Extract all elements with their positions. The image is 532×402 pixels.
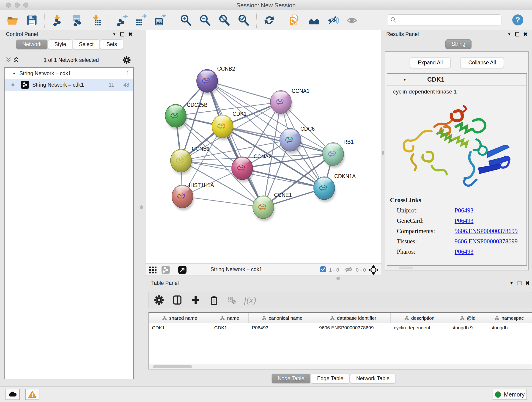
panel-menu-icon[interactable]: ▼ xyxy=(113,32,116,36)
crosslink-value-link[interactable]: 9606.ENSP00000378699 xyxy=(455,228,518,235)
network-share-icon[interactable] xyxy=(161,265,170,275)
tab-network[interactable]: Network xyxy=(16,39,48,49)
network-canvas[interactable]: CCNB2CCNA1CDC25BCDK1CDC6RB1CCNB1CCNA2CDK… xyxy=(145,30,381,263)
node-CCNB2[interactable]: CCNB2 xyxy=(196,66,235,95)
tab-network-table[interactable]: Network Table xyxy=(350,374,396,383)
network-collection-row[interactable]: ▼ String Network – cdk1 1 xyxy=(5,68,133,79)
import-network-file-icon[interactable] xyxy=(51,14,64,26)
tab-edge-table[interactable]: Edge Table xyxy=(311,374,350,383)
open-session-icon[interactable] xyxy=(6,14,19,26)
warning-status-button[interactable] xyxy=(25,389,39,400)
node-table[interactable]: shared namenamecanonical namedatabase id… xyxy=(148,312,532,370)
open-in-window-icon[interactable] xyxy=(178,265,187,275)
node-CDC25B[interactable]: CDC25B xyxy=(165,102,208,130)
import-network-database-icon[interactable] xyxy=(70,14,83,26)
help-icon[interactable]: ? xyxy=(512,14,524,26)
column-header-name[interactable]: name xyxy=(211,313,249,323)
column-header-namespac[interactable]: namespac xyxy=(487,313,531,323)
panel-float-icon[interactable] xyxy=(120,32,124,36)
panel-float-icon[interactable] xyxy=(518,281,521,285)
hidden-eye-icon[interactable] xyxy=(345,266,353,274)
window-title: Session: New Session xyxy=(0,2,532,9)
collapse-section-icon[interactable]: ▼ xyxy=(403,77,407,82)
zoom-out-icon[interactable] xyxy=(199,14,211,26)
column-header-description[interactable]: description xyxy=(391,313,448,323)
network-row-selected[interactable]: String Network – cdk1 11 48 xyxy=(5,79,133,91)
column-header-shared-name[interactable]: shared name xyxy=(149,313,211,323)
network-options-gear-icon[interactable] xyxy=(122,56,131,64)
network-collection-label: String Network – cdk1 xyxy=(19,70,71,77)
refresh-layout-icon[interactable] xyxy=(263,14,275,26)
results-scrollbar[interactable] xyxy=(387,266,527,269)
edge-HIST1H1A-CCNE1[interactable] xyxy=(182,196,263,207)
show-columns-icon[interactable] xyxy=(172,295,183,305)
table-row[interactable]: CDK1CDK1P064939606.ENSP00000378699cyclin… xyxy=(149,323,532,333)
first-neighbors-icon[interactable] xyxy=(308,14,320,26)
table-hscrollbar[interactable] xyxy=(149,364,532,369)
node-CDC6[interactable]: CDC6 xyxy=(280,126,315,154)
tab-sets[interactable]: Sets xyxy=(100,39,123,49)
selected-checkbox-icon[interactable] xyxy=(320,266,326,274)
export-table-icon[interactable] xyxy=(135,14,147,26)
copy-network-icon[interactable] xyxy=(289,14,301,26)
table-tabs: Node TableEdge TableNetwork Table xyxy=(272,374,396,383)
export-network-icon[interactable] xyxy=(115,14,128,26)
edge-CCNB2-CCNE1[interactable] xyxy=(207,81,263,207)
panel-close-icon[interactable]: ✖ xyxy=(128,32,133,37)
network-tree: ▼ String Network – cdk1 1 String Network… xyxy=(4,67,134,379)
node-CCNB1[interactable]: CCNB1 xyxy=(171,146,210,175)
collapse-all-icon[interactable] xyxy=(5,57,12,64)
shared-column-icon xyxy=(495,316,499,320)
export-image-icon[interactable] xyxy=(154,14,166,26)
column-header-canonical-name[interactable]: canonical name xyxy=(249,313,316,323)
panel-float-icon[interactable] xyxy=(515,32,519,36)
memory-button[interactable]: Memory xyxy=(493,389,527,400)
show-all-icon[interactable] xyxy=(346,14,359,26)
shared-column-icon xyxy=(460,316,465,320)
cloud-status-button[interactable] xyxy=(6,389,20,400)
tab-node-table[interactable]: Node Table xyxy=(272,374,310,383)
expand-all-button[interactable]: Expand All xyxy=(410,57,451,68)
node-HIST1H1A[interactable]: HIST1H1A xyxy=(172,182,214,211)
panel-close-icon[interactable]: ✖ xyxy=(523,32,527,37)
string-network-graph[interactable]: CCNB2CCNA1CDC25BCDK1CDC6RB1CCNB1CCNA2CDK… xyxy=(146,30,381,263)
node-CDK1[interactable]: CDK1 xyxy=(212,111,247,140)
zoom-fit-icon[interactable] xyxy=(218,14,230,26)
tab-string[interactable]: String xyxy=(445,39,472,49)
panel-close-icon[interactable]: ✖ xyxy=(526,280,530,286)
save-session-icon[interactable] xyxy=(26,14,38,26)
node-label-CCNB2: CCNB2 xyxy=(217,66,235,72)
splitter-handle[interactable] xyxy=(140,205,143,209)
zoom-in-icon[interactable] xyxy=(180,14,192,26)
crosslink-value-link[interactable]: P06493 xyxy=(455,217,474,224)
delete-column-trash-icon[interactable] xyxy=(209,295,219,305)
panel-menu-icon[interactable]: ▼ xyxy=(507,32,511,36)
grid-view-icon[interactable] xyxy=(148,265,157,275)
add-column-icon[interactable] xyxy=(190,295,201,305)
node-CDKN1A[interactable]: CDKN1A xyxy=(314,173,356,202)
crosslink-value-link[interactable]: P06493 xyxy=(455,248,474,255)
zoom-selected-icon[interactable] xyxy=(237,14,250,26)
expand-all-icon[interactable] xyxy=(12,57,20,64)
splitter-handle[interactable] xyxy=(336,277,340,280)
tree-expand-icon[interactable]: ▼ xyxy=(12,71,16,75)
node-CCNA1[interactable]: CCNA1 xyxy=(270,88,310,116)
crosslink-value-link[interactable]: P06493 xyxy=(455,207,474,214)
network-current-dot-icon xyxy=(12,83,14,86)
panel-menu-icon[interactable]: ▼ xyxy=(510,281,513,285)
network-node-count: 11 xyxy=(109,82,114,88)
column-header-database-identifier[interactable]: database identifier xyxy=(316,313,391,323)
tab-style[interactable]: Style xyxy=(48,39,72,49)
search-input[interactable] xyxy=(397,17,501,23)
hide-selected-icon[interactable] xyxy=(327,14,340,26)
protein-header-row[interactable]: ▼ CDK1 xyxy=(387,74,526,86)
tab-select[interactable]: Select xyxy=(73,39,100,49)
import-table-icon[interactable] xyxy=(90,14,102,26)
table-options-gear-icon[interactable] xyxy=(154,295,164,305)
birdseye-crosshair-icon[interactable] xyxy=(368,265,379,276)
crosslink-value-link[interactable]: 9606.ENSP00000378699 xyxy=(455,238,518,245)
table-cell: cyclin-dependent ... xyxy=(391,323,448,333)
node-RB1[interactable]: RB1 xyxy=(323,139,354,168)
column-header--id[interactable]: @id xyxy=(448,313,487,323)
collapse-all-button[interactable]: Collapse All xyxy=(460,57,504,68)
